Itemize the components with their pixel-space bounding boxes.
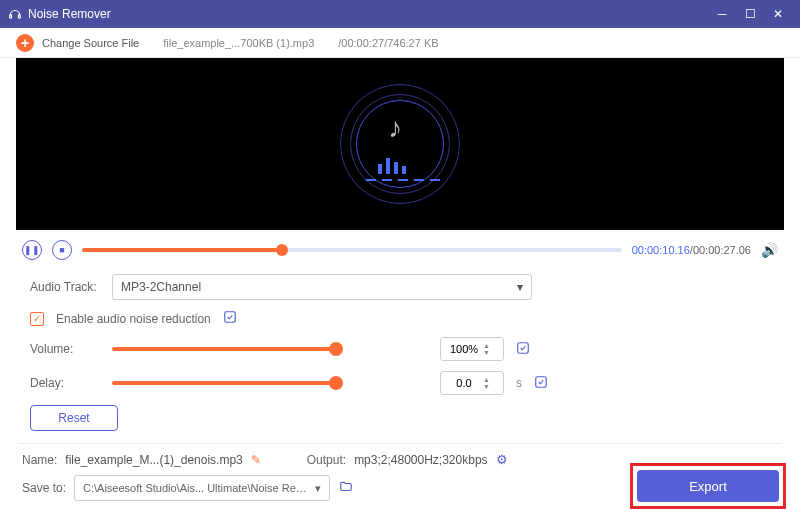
volume-label: Volume: (30, 342, 100, 356)
app-logo-icon (8, 7, 22, 21)
music-note-icon: ♪ (388, 112, 402, 144)
preview-area: ♪ (16, 58, 784, 230)
delay-stepper[interactable]: ▲▼ (483, 376, 490, 390)
close-button[interactable]: ✕ (764, 0, 792, 28)
svg-rect-1 (19, 15, 21, 18)
delay-label: Delay: (30, 376, 100, 390)
export-highlight: Export (630, 463, 786, 509)
output-name: file_example_M...(1)_denois.mp3 (65, 453, 242, 467)
pause-button[interactable]: ❚❚ (22, 240, 42, 260)
output-settings-icon[interactable]: ⚙ (496, 452, 508, 467)
noise-reduction-checkbox[interactable]: ✓ (30, 312, 44, 326)
delay-value[interactable] (445, 377, 483, 389)
audio-visualizer: ♪ (340, 84, 460, 204)
audio-track-select[interactable]: MP3-2Channel ▾ (112, 274, 532, 300)
stop-button[interactable]: ■ (52, 240, 72, 260)
chevron-down-icon: ▾ (315, 482, 321, 495)
output-label: Output: (307, 453, 346, 467)
maximize-button[interactable]: ☐ (736, 0, 764, 28)
svg-rect-4 (536, 376, 547, 387)
volume-input[interactable]: ▲▼ (440, 337, 504, 361)
svg-rect-3 (518, 342, 529, 353)
noise-reduction-label: Enable audio noise reduction (56, 312, 211, 326)
speaker-icon[interactable]: 🔊 (761, 242, 778, 258)
playback-controls: ❚❚ ■ 00:00:10.16/00:00:27.06 🔊 (0, 230, 800, 266)
audio-track-value: MP3-2Channel (121, 280, 201, 294)
delay-reset-icon[interactable] (534, 375, 548, 392)
svg-rect-0 (10, 15, 12, 18)
open-folder-icon[interactable] (338, 480, 354, 497)
add-source-icon[interactable]: + (16, 34, 34, 52)
timecode: 00:00:10.16/00:00:27.06 (632, 244, 751, 256)
volume-slider[interactable] (112, 347, 336, 351)
noise-settings-icon[interactable] (223, 310, 237, 327)
audio-track-label: Audio Track: (30, 280, 100, 294)
minimize-button[interactable]: ─ (708, 0, 736, 28)
delay-input[interactable]: ▲▼ (440, 371, 504, 395)
app-title: Noise Remover (28, 7, 111, 21)
source-bar: + Change Source File file_example_...700… (0, 28, 800, 58)
delay-slider[interactable] (112, 381, 336, 385)
divider (18, 443, 782, 444)
seek-bar[interactable] (82, 248, 622, 252)
volume-stepper[interactable]: ▲▼ (483, 342, 490, 356)
saveto-label: Save to: (22, 481, 66, 495)
reset-button[interactable]: Reset (30, 405, 118, 431)
name-label: Name: (22, 453, 57, 467)
saveto-path: C:\Aiseesoft Studio\Ais... Ultimate\Nois… (83, 482, 315, 494)
source-meta: /00:00:27/746.27 KB (338, 37, 438, 49)
source-filename: file_example_...700KB (1).mp3 (163, 37, 314, 49)
chevron-down-icon: ▾ (517, 280, 523, 294)
delay-unit: s (516, 376, 522, 390)
export-button[interactable]: Export (637, 470, 779, 502)
edit-name-icon[interactable]: ✎ (251, 453, 261, 467)
titlebar: Noise Remover ─ ☐ ✕ (0, 0, 800, 28)
saveto-select[interactable]: C:\Aiseesoft Studio\Ais... Ultimate\Nois… (74, 475, 330, 501)
volume-value[interactable] (445, 343, 483, 355)
svg-rect-2 (225, 312, 236, 323)
output-format: mp3;2;48000Hz;320kbps (354, 453, 487, 467)
change-source-link[interactable]: Change Source File (42, 37, 139, 49)
volume-reset-icon[interactable] (516, 341, 530, 358)
